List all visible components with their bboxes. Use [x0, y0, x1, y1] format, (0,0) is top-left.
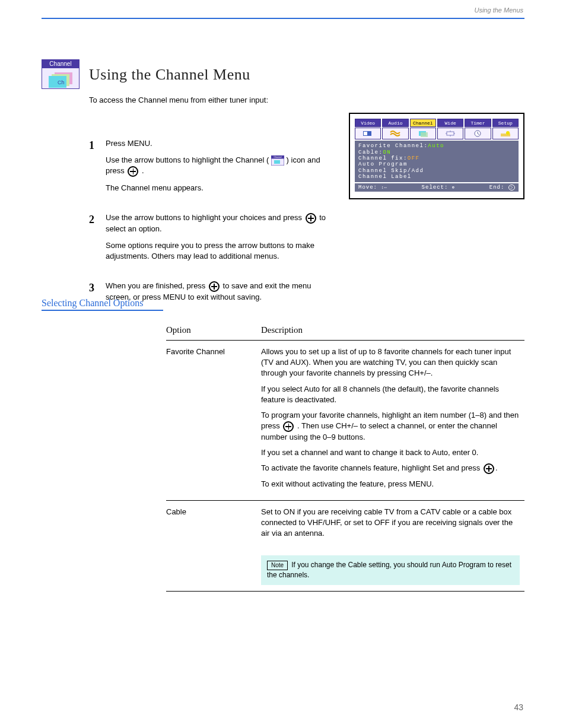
description-paragraph: To program your favorite channels, highl… [261, 410, 520, 443]
osd-line: Channel Skip/Add [358, 168, 515, 174]
osd-tab-setup: Setup [492, 119, 519, 127]
table-row: Favorite ChannelAllows you to set up a l… [166, 341, 524, 501]
steps-list: 1Press MENU.Use the arrow buttons to hig… [89, 138, 332, 322]
svg-rect-10 [274, 160, 280, 164]
option-name: Favorite Channel [166, 341, 261, 501]
osd-tabs: VideoAudioChannelWideTimerSetup [355, 119, 519, 127]
section-title-rule [42, 310, 163, 311]
top-rule [42, 18, 524, 19]
table-row: CableSet to ON if you are receiving cabl… [166, 500, 524, 549]
note-label: Note [267, 561, 288, 570]
description-paragraph: To exit without activating the feature, … [261, 479, 520, 489]
step-number: 2 [89, 212, 106, 268]
options-table: Option Description Favorite ChannelAllow… [166, 320, 524, 592]
select-button-icon [128, 166, 138, 177]
channel-menu-icon-small: Channel [271, 155, 284, 166]
col-description: Description [261, 320, 524, 341]
osd-line: Auto Program [358, 161, 515, 167]
svg-text:Channel: Channel [49, 61, 71, 67]
option-name: Cable [166, 500, 261, 549]
option-description: Set to ON if you are receiving cable TV … [261, 500, 524, 549]
svg-text:Ch: Ch [58, 80, 65, 85]
col-option: Option [166, 320, 261, 341]
description-paragraph: To activate the favorite channels featur… [261, 463, 520, 474]
description-paragraph: If you select Auto for all 8 channels (t… [261, 384, 520, 405]
note-box: NoteIf you change the Cable setting, you… [261, 555, 520, 585]
option-description: Allows you to set up a list of up to 8 f… [261, 341, 524, 501]
osd-tab-audio: Audio [382, 119, 408, 127]
osd-body: Favorite Channel:AutoCable:ONChannel fix… [355, 141, 519, 182]
step-number: 1 [89, 138, 106, 199]
table-row-note: NoteIf you change the Cable setting, you… [166, 549, 524, 591]
step-line: Press MENU. [106, 138, 332, 149]
osd-line: Channel Label [358, 174, 515, 180]
osd-line: Channel fix:OFF [358, 155, 515, 161]
step: 2Use the arrow buttons to highlight your… [89, 212, 332, 268]
step-line: Some options require you to press the ar… [106, 240, 332, 262]
svg-rect-15 [447, 132, 454, 135]
step: 1Press MENU.Use the arrow buttons to hig… [89, 138, 332, 199]
svg-rect-14 [421, 132, 428, 137]
osd-screenshot: VideoAudioChannelWideTimerSetup Favorite… [349, 113, 524, 199]
svg-text:Channel: Channel [274, 156, 281, 158]
description-paragraph: If you set a channel and want to change … [261, 447, 520, 458]
step-body: Use the arrow buttons to highlight your … [106, 212, 332, 268]
description-paragraph: Allows you to set up a list of up to 8 f… [261, 346, 520, 379]
channel-menu-icon: Channel Ch [42, 59, 80, 89]
step-line: Use the arrow buttons to highlight your … [106, 212, 332, 234]
svg-point-18 [506, 131, 510, 135]
select-button-icon [306, 213, 316, 224]
step-line: The Channel menu appears. [106, 183, 332, 193]
select-button-icon [283, 421, 294, 432]
osd-line: Favorite Channel:Auto [358, 143, 515, 149]
svg-rect-12 [364, 132, 367, 135]
osd-tab-timer: Timer [465, 119, 491, 127]
select-button-icon [209, 281, 220, 292]
page-number: 43 [514, 702, 523, 714]
osd-line: Cable:ON [358, 150, 515, 155]
chapter-header: Using the Menus [474, 6, 523, 15]
osd-tab-channel: Channel [410, 119, 436, 127]
osd-tab-icons [355, 128, 519, 139]
osd-tab-wide: Wide [437, 119, 463, 127]
page-heading: Using the Channel Menu [89, 64, 250, 85]
intro-text: To access the Channel menu from either t… [89, 95, 332, 106]
osd-footer: Move: ↕↔ Select: ⊕ End: ⊃ [355, 183, 519, 192]
select-button-icon [484, 463, 494, 474]
step-body: Press MENU.Use the arrow buttons to high… [106, 138, 332, 199]
description-paragraph: Set to ON if you are receiving cable TV … [261, 507, 520, 539]
osd-tab-video: Video [355, 119, 381, 127]
step-line: Use the arrow buttons to highlight the C… [106, 155, 332, 177]
